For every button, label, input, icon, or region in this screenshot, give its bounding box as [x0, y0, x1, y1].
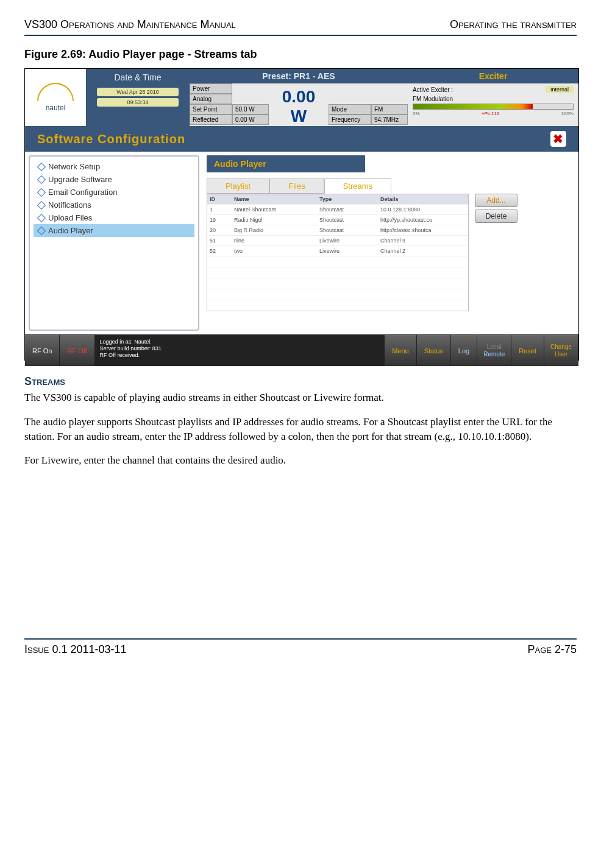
- date-display: Wed Apr 28 2010: [97, 88, 179, 96]
- mode-label: Mode: [329, 104, 371, 115]
- diamond-icon: [37, 213, 46, 222]
- fm-modulation-label: FM Modulation: [413, 96, 574, 102]
- sidebar-item-upgrade[interactable]: Upgrade Software: [34, 173, 194, 186]
- tab-streams[interactable]: Streams: [324, 178, 391, 194]
- figure-caption: Figure 2.69: Audio Player page - Streams…: [24, 48, 577, 61]
- preset-panel: Preset: PR1 - AES Power Analog Set Point…: [190, 69, 408, 126]
- change-user-button[interactable]: Change User: [544, 335, 578, 366]
- active-exciter-value: Internal: [546, 86, 574, 93]
- section-heading: Streams: [24, 375, 577, 388]
- table-row[interactable]: 19Radio NigelShoutcasthttp://yp.shoutcas…: [207, 214, 468, 225]
- datetime-panel: Date & Time Wed Apr 28 2010 09:53:34: [86, 69, 190, 126]
- mode-value: FM: [371, 104, 408, 115]
- status-button[interactable]: Status: [417, 335, 451, 366]
- rf-off-button[interactable]: RF Off: [60, 335, 94, 366]
- col-details[interactable]: Details: [378, 194, 468, 204]
- software-config-title: Software Configuration: [37, 132, 185, 146]
- mod-scale-high: 160%: [561, 111, 574, 116]
- logo-arc-icon: [37, 83, 74, 101]
- log-button[interactable]: Log: [451, 335, 477, 366]
- analog-label: Analog: [190, 94, 232, 104]
- sidebar-item-notifications[interactable]: Notifications: [34, 199, 194, 211]
- footer-page: Page 2-75: [528, 643, 577, 656]
- datetime-title: Date & Time: [86, 69, 190, 86]
- mod-scale-peak: +Pk:110: [482, 111, 500, 116]
- close-icon[interactable]: ✖: [550, 131, 566, 147]
- body-paragraph: For Livewire, enter the channel that con…: [24, 453, 577, 468]
- doc-title-left: VS300 Operations and Maintenance Manual: [24, 18, 236, 31]
- sidebar: Network Setup Upgrade Software Email Con…: [29, 155, 199, 331]
- table-row[interactable]: 51nineLivewireChannel 9: [207, 235, 468, 245]
- diamond-icon: [37, 162, 46, 171]
- sidebar-item-label: Notifications: [48, 200, 91, 210]
- body-paragraph: The audio player supports Shoutcast play…: [24, 415, 577, 444]
- mod-scale-low: 0%: [413, 111, 420, 116]
- sidebar-item-label: Email Configuration: [48, 188, 117, 197]
- sidebar-item-upload[interactable]: Upload Files: [34, 211, 194, 224]
- audio-player-header: Audio Player: [207, 155, 365, 172]
- delete-button[interactable]: Delete: [475, 210, 517, 223]
- reflected-label: Reflected: [190, 115, 232, 125]
- setpoint-value: 50.0 W: [232, 104, 269, 115]
- freq-value: 94.7MHz: [371, 115, 408, 125]
- menu-button[interactable]: Menu: [385, 335, 417, 366]
- diamond-icon: [37, 188, 46, 196]
- reflected-value: 0.00 W: [232, 115, 269, 125]
- sidebar-item-network[interactable]: Network Setup: [34, 160, 194, 173]
- sidebar-item-email[interactable]: Email Configuration: [34, 186, 194, 199]
- tab-playlist[interactable]: Playlist: [207, 178, 269, 194]
- streams-table: ID Name Type Details 1Nautel ShoutcastSh…: [207, 194, 469, 311]
- sidebar-item-label: Audio Player: [48, 226, 93, 235]
- add-button[interactable]: Add...: [475, 194, 517, 207]
- active-exciter-label: Active Exciter :: [413, 86, 453, 93]
- table-row[interactable]: 52twoLivewireChannel 2: [207, 245, 468, 256]
- screenshot-container: nautel Date & Time Wed Apr 28 2010 09:53…: [24, 68, 579, 361]
- col-id[interactable]: ID: [207, 194, 232, 204]
- doc-title-right: Operating the transmitter: [450, 18, 577, 31]
- table-row[interactable]: 20Big R RadioShoutcasthttp://classic.sho…: [207, 225, 468, 235]
- table-row[interactable]: 1Nautel ShoutcastShoutcast10.0.128.1:808…: [207, 204, 468, 214]
- footer-issue: Issue 0.1 2011-03-11: [24, 643, 127, 656]
- preset-title: Preset: PR1 - AES: [190, 69, 408, 83]
- exciter-title: Exciter: [408, 69, 578, 83]
- col-type[interactable]: Type: [317, 194, 378, 204]
- setpoint-label: Set Point: [190, 104, 232, 115]
- col-name[interactable]: Name: [232, 194, 317, 204]
- status-text: Logged in as: Nautel. Server build numbe…: [95, 335, 385, 366]
- sidebar-item-audio-player[interactable]: Audio Player: [34, 224, 194, 237]
- local-remote-toggle[interactable]: Local Remote: [477, 335, 511, 366]
- diamond-icon: [37, 200, 46, 209]
- modulation-bar: [413, 104, 574, 110]
- rf-on-button[interactable]: RF On: [25, 335, 60, 366]
- body-paragraph: The VS300 is capable of playing audio st…: [24, 390, 577, 405]
- sidebar-item-label: Network Setup: [48, 162, 100, 171]
- power-reading: 0.00 W: [269, 83, 329, 130]
- sidebar-item-label: Upload Files: [48, 213, 92, 222]
- time-display: 09:53:34: [97, 98, 179, 107]
- tab-files[interactable]: Files: [269, 178, 324, 194]
- sidebar-item-label: Upgrade Software: [48, 175, 112, 184]
- power-label: Power: [190, 83, 232, 94]
- reset-button[interactable]: Reset: [511, 335, 544, 366]
- diamond-icon: [37, 226, 46, 235]
- freq-label: Frequency: [329, 115, 371, 125]
- brand-logo: nautel: [25, 69, 86, 126]
- diamond-icon: [37, 175, 46, 183]
- exciter-panel: Exciter Active Exciter : Internal FM Mod…: [408, 69, 578, 126]
- brand-name: nautel: [46, 104, 66, 112]
